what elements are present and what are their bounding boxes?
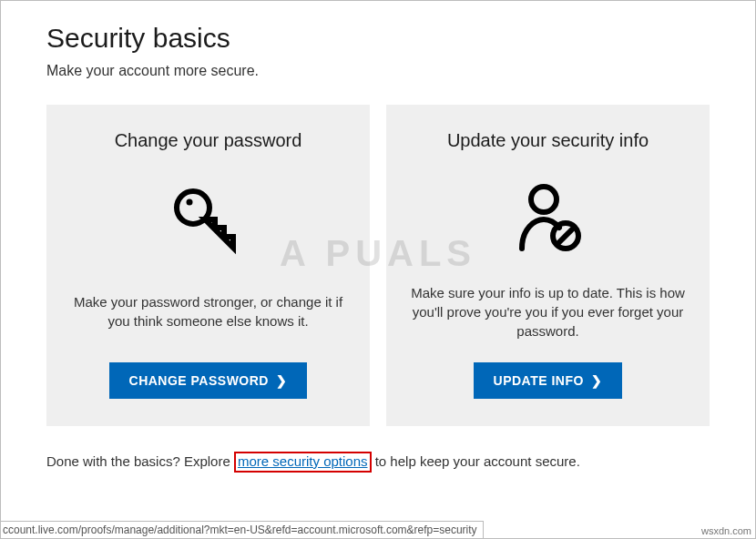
card-change-password: Change your password Make your password … [46,105,370,426]
footer-text: Done with the basics? Explore more secur… [46,452,710,473]
chevron-right-icon: ❯ [276,373,288,388]
footer-suffix: to help keep your account secure. [372,453,580,469]
browser-status-bar: ccount.live.com/proofs/manage/additional… [1,521,484,538]
update-info-button[interactable]: UPDATE INFO ❯ [474,362,623,399]
card-info-title: Update your security info [447,130,649,151]
person-prohibit-icon [507,173,589,264]
card-update-info: Update your security info Make sure your… [386,105,710,426]
footer-prefix: Done with the basics? Explore [46,453,234,469]
change-password-button[interactable]: CHANGE PASSWORD ❯ [109,362,308,399]
update-info-button-label: UPDATE INFO [494,373,584,388]
svg-point-2 [531,187,557,212]
card-password-title: Change your password [115,130,302,151]
card-password-text: Make your password stronger, or change i… [68,282,348,341]
main-content: Security basics Make your account more s… [1,1,755,473]
highlight-annotation: more security options [234,452,372,473]
cards-row: Change your password Make your password … [46,105,710,426]
page-title: Security basics [46,23,710,54]
change-password-button-label: CHANGE PASSWORD [129,373,269,388]
more-security-options-link[interactable]: more security options [238,453,368,469]
page-subtitle: Make your account more secure. [46,63,710,79]
svg-point-1 [186,199,192,206]
chevron-right-icon: ❯ [591,373,603,388]
card-info-text: Make sure your info is up to date. This … [408,282,688,341]
key-icon [168,173,250,264]
attribution: wsxdn.com [701,525,751,536]
